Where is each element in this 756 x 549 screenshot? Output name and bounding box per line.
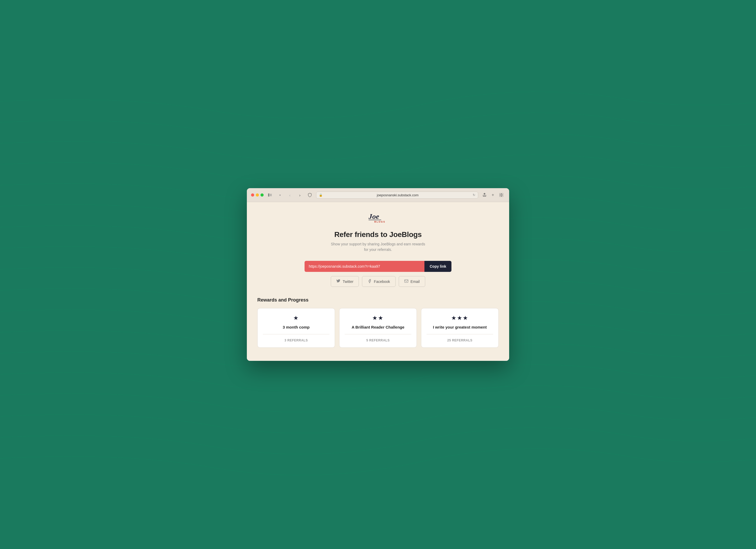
reward-card-1: ★ 3 month comp 3 REFERRALS	[257, 308, 335, 348]
svg-rect-2	[270, 194, 272, 194]
referral-url-input[interactable]	[305, 261, 424, 272]
reward-title-1: 3 month comp	[283, 325, 310, 330]
copy-link-button[interactable]: Copy link	[424, 261, 451, 272]
svg-rect-13	[404, 280, 408, 283]
svg-rect-3	[270, 195, 272, 195]
facebook-icon	[368, 279, 372, 284]
reward-stars-1: ★	[293, 315, 299, 322]
sidebar-toggle-button[interactable]	[266, 191, 274, 199]
reward-stars-2: ★★	[372, 315, 384, 322]
facebook-label: Facebook	[374, 280, 390, 284]
svg-rect-1	[268, 193, 269, 196]
share-buttons-group: Twitter Facebook Email	[257, 276, 499, 287]
reward-referrals-2: 5 REFERRALS	[366, 339, 390, 342]
share-icon[interactable]	[481, 191, 488, 199]
reward-referrals-1: 3 REFERRALS	[285, 339, 308, 342]
reward-stars-3: ★★★	[451, 315, 468, 322]
toolbar-right: +	[481, 191, 505, 199]
rewards-cards: ★ 3 month comp 3 REFERRALS ★★ A Brillian…	[257, 308, 499, 348]
logo-area: Joe BLOGS	[257, 211, 499, 224]
minimize-button[interactable]	[256, 193, 259, 196]
twitter-icon	[336, 279, 340, 284]
tabs-overview-button[interactable]	[498, 191, 505, 199]
lock-icon: 🔒	[319, 193, 323, 197]
svg-text:BLOGS: BLOGS	[374, 220, 385, 223]
facebook-share-button[interactable]: Facebook	[362, 276, 395, 287]
svg-rect-6	[499, 193, 501, 195]
browser-toolbar: ▾ ‹ › 🔒 joeposnanski.substack.com ↻ +	[247, 188, 509, 202]
rewards-section: Rewards and Progress ★ 3 month comp 3 RE…	[257, 297, 499, 348]
reward-title-2: A Brilliant Reader Challenge	[352, 325, 404, 330]
reward-referrals-3: 25 REFERRALS	[447, 339, 472, 342]
email-icon	[404, 279, 408, 284]
reward-title-3: I write your greatest moment	[433, 325, 487, 330]
email-label: Email	[411, 280, 420, 284]
twitter-label: Twitter	[343, 280, 353, 284]
browser-window: ▾ ‹ › 🔒 joeposnanski.substack.com ↻ +	[247, 188, 509, 361]
referral-link-area: Copy link	[305, 261, 451, 272]
page-heading: Refer friends to JoeBlogs	[257, 230, 499, 239]
twitter-share-button[interactable]: Twitter	[331, 276, 359, 287]
address-bar[interactable]: 🔒 joeposnanski.substack.com ↻	[316, 191, 478, 199]
back-button[interactable]: ‹	[286, 191, 294, 199]
url-text: joeposnanski.substack.com	[324, 193, 471, 197]
email-share-button[interactable]: Email	[399, 276, 425, 287]
svg-rect-4	[270, 196, 272, 196]
maximize-button[interactable]	[260, 193, 264, 196]
rewards-heading: Rewards and Progress	[257, 297, 499, 303]
close-button[interactable]	[251, 193, 254, 196]
traffic-lights	[251, 193, 264, 196]
svg-rect-7	[502, 193, 503, 195]
page-subheading: Show your support by sharing JoeBlogs an…	[257, 241, 499, 252]
svg-rect-8	[499, 195, 501, 197]
shield-icon[interactable]	[306, 191, 313, 199]
reward-card-3: ★★★ I write your greatest moment 25 REFE…	[421, 308, 499, 348]
svg-rect-9	[502, 195, 503, 197]
reload-icon[interactable]: ↻	[473, 193, 475, 197]
svg-text:Joe: Joe	[368, 212, 379, 220]
new-tab-button[interactable]: +	[489, 191, 497, 199]
page-content: Joe BLOGS Refer friends to JoeBlogs Show…	[247, 202, 509, 361]
reward-card-2: ★★ A Brilliant Reader Challenge 5 REFERR…	[339, 308, 417, 348]
logo-svg: Joe BLOGS	[368, 211, 388, 223]
chevron-down-icon[interactable]: ▾	[276, 191, 284, 199]
forward-button[interactable]: ›	[296, 191, 304, 199]
